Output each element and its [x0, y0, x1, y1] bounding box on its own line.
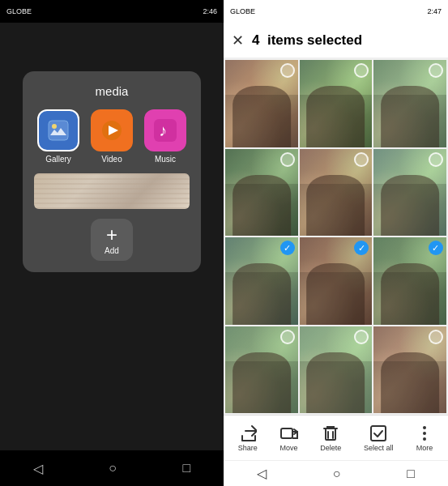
photo-cell[interactable]: ✓ — [300, 237, 373, 325]
checked-icon: ✓ — [280, 241, 295, 255]
photo-cell[interactable] — [225, 149, 298, 237]
media-title: media — [96, 84, 129, 98]
unchecked-icon — [354, 152, 369, 167]
photo-cell[interactable] — [225, 326, 298, 414]
recents-nav-right[interactable]: □ — [407, 467, 415, 481]
unchecked-icon — [280, 330, 295, 344]
people-shape — [233, 352, 291, 413]
add-button[interactable]: + Add — [91, 219, 133, 261]
checkbox-6[interactable] — [429, 152, 443, 167]
selected-count: 4 — [252, 32, 259, 48]
unchecked-icon — [429, 152, 443, 167]
share-icon — [239, 424, 257, 442]
checkbox-7[interactable]: ✓ — [280, 241, 295, 255]
selected-label: items selected — [267, 32, 362, 48]
gallery-icon-box[interactable] — [37, 109, 79, 151]
checkbox-1[interactable] — [280, 63, 295, 78]
checked-icon: ✓ — [429, 241, 443, 255]
checkbox-8[interactable]: ✓ — [354, 241, 369, 255]
recents-nav-left[interactable]: □ — [183, 461, 191, 475]
left-panel: GLOBE 2:46 media Gallery — [0, 0, 224, 486]
unchecked-icon — [280, 152, 295, 167]
people-shape — [381, 352, 439, 413]
share-label: Share — [238, 444, 258, 452]
preview-lines — [34, 173, 190, 209]
photo-cell[interactable] — [373, 60, 446, 147]
people-shape — [233, 263, 291, 324]
photo-cell[interactable]: ✓ — [225, 237, 298, 325]
select-all-button[interactable]: Select all — [364, 424, 394, 452]
people-shape — [381, 86, 439, 147]
delete-icon — [322, 424, 339, 442]
people-shape — [307, 352, 365, 413]
photo-cell[interactable] — [373, 149, 446, 237]
svg-point-11 — [423, 432, 426, 435]
delete-button[interactable]: Delete — [320, 424, 341, 452]
video-icon-box[interactable] — [91, 109, 133, 151]
photo-cell[interactable] — [225, 60, 298, 147]
select-all-icon — [369, 424, 387, 442]
video-item[interactable]: Video — [91, 109, 133, 164]
svg-rect-7 — [281, 428, 292, 438]
gallery-label: Gallery — [45, 155, 71, 164]
svg-point-10 — [423, 426, 426, 429]
music-icon: ♪ — [154, 119, 177, 142]
time-right: 2:47 — [427, 7, 442, 15]
svg-text:♪: ♪ — [159, 122, 167, 139]
back-nav-right[interactable]: ◁ — [257, 466, 267, 481]
back-nav-left[interactable]: ◁ — [33, 461, 43, 476]
gallery-icon — [47, 119, 70, 142]
bottom-nav-left: ◁ ○ □ — [0, 450, 224, 486]
checkbox-9[interactable]: ✓ — [429, 241, 443, 255]
svg-rect-0 — [49, 121, 68, 140]
media-icons-row: Gallery Video ♪ Music — [37, 109, 186, 164]
checkbox-12[interactable] — [429, 330, 443, 344]
video-label: Video — [101, 155, 122, 164]
photo-cell[interactable] — [300, 149, 373, 237]
music-label: Music — [155, 155, 176, 164]
checkbox-11[interactable] — [354, 330, 369, 344]
people-shape — [233, 175, 291, 236]
checkbox-3[interactable] — [429, 63, 443, 78]
carrier-right: GLOBE — [230, 7, 255, 15]
checkbox-4[interactable] — [280, 152, 295, 167]
svg-point-12 — [423, 437, 426, 441]
home-nav-right[interactable]: ○ — [333, 467, 341, 481]
delete-label: Delete — [320, 444, 341, 452]
svg-rect-9 — [371, 426, 386, 441]
move-button[interactable]: Move — [280, 424, 298, 452]
photo-cell[interactable] — [373, 326, 446, 414]
photo-cell[interactable] — [300, 326, 373, 414]
media-card: media Gallery — [23, 71, 201, 272]
photo-cell[interactable]: ✓ — [373, 237, 446, 325]
photo-cell[interactable] — [300, 60, 373, 147]
right-header: ✕ 4 items selected — [224, 23, 448, 58]
unchecked-icon — [280, 63, 295, 78]
checkbox-10[interactable] — [280, 330, 295, 344]
svg-rect-8 — [326, 428, 335, 440]
checkbox-5[interactable] — [354, 152, 369, 167]
more-icon — [416, 424, 433, 442]
checkbox-2[interactable] — [354, 63, 369, 78]
checked-icon: ✓ — [354, 241, 369, 255]
music-item[interactable]: ♪ Music — [144, 109, 186, 164]
status-bar-left: GLOBE 2:46 — [0, 0, 224, 23]
gallery-item[interactable]: Gallery — [37, 109, 79, 164]
share-button[interactable]: Share — [238, 424, 258, 452]
unchecked-icon — [429, 330, 443, 344]
people-shape — [381, 175, 439, 236]
people-shape — [307, 175, 365, 236]
move-icon — [280, 424, 298, 442]
close-button[interactable]: ✕ — [232, 33, 244, 48]
carrier-text-left: GLOBE — [6, 7, 32, 15]
more-button[interactable]: More — [416, 424, 433, 452]
more-label: More — [416, 444, 433, 452]
select-all-label: Select all — [364, 444, 394, 452]
people-shape — [307, 263, 365, 324]
add-label: Add — [105, 246, 119, 255]
home-nav-left[interactable]: ○ — [109, 461, 117, 475]
music-icon-box[interactable]: ♪ — [144, 109, 186, 151]
unchecked-icon — [354, 330, 369, 344]
bottom-nav-right: ◁ ○ □ — [224, 460, 448, 486]
media-preview — [34, 173, 190, 209]
